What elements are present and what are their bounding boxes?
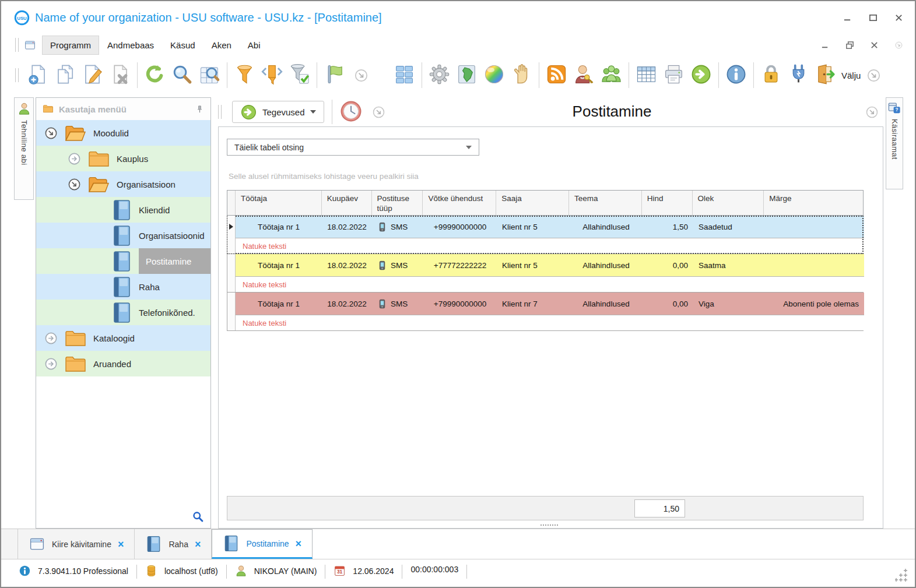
toolbar-button-search-table[interactable] [196, 61, 223, 89]
toolbar-button-filter-columns[interactable] [258, 61, 286, 89]
toolbar-button-new-document[interactable] [24, 61, 51, 89]
toolbar-button-search[interactable] [169, 61, 196, 89]
toolbar-button-edit-document[interactable] [79, 61, 106, 89]
row-indicator[interactable] [227, 293, 236, 330]
expand-icon[interactable] [44, 357, 58, 371]
status-item: localhost (utf8) [145, 565, 218, 577]
tree-item-aruanded[interactable]: Aruanded [36, 351, 210, 376]
table-row[interactable]: Töötaja nr 118.02.2022SMS+79990000000Kli… [236, 293, 864, 330]
toolbar-grip[interactable] [15, 68, 19, 82]
mdi-restore-button[interactable] [845, 40, 854, 50]
tree-item-raha[interactable]: Raha [36, 274, 210, 300]
header-overflow-icon[interactable] [865, 105, 879, 119]
toolbar-overflow-icon[interactable] [353, 68, 369, 83]
tree-selected-highlight: Postitamine [139, 248, 210, 274]
toolbar-button-lock[interactable] [757, 61, 785, 89]
actionbar-grip[interactable] [218, 105, 222, 119]
toolbar-button-filter-check[interactable] [286, 61, 313, 89]
toolbar-button-user-key[interactable] [570, 61, 598, 89]
menu-item-aken[interactable]: Aken [203, 36, 240, 55]
tree-item-moodulid[interactable]: Moodulid [36, 120, 210, 146]
resize-grip[interactable] [895, 568, 909, 582]
document-tab-postitamine[interactable]: Postitamine × [212, 529, 313, 559]
toolbar-button-copy-document[interactable] [51, 61, 79, 89]
toolbar-button-table[interactable] [633, 61, 660, 89]
toolbar-button-info[interactable] [722, 61, 750, 89]
row-indicator[interactable] [227, 254, 236, 292]
tree-item-label: Moodulid [93, 128, 129, 138]
column-header-2[interactable]: Postituse tüüp [372, 191, 423, 215]
chevron-down-icon [466, 146, 472, 149]
toolbar-button-tiles[interactable] [391, 61, 418, 89]
column-header-6[interactable]: Hind [642, 191, 693, 215]
maximize-button[interactable] [868, 13, 878, 22]
toolbar-button-users[interactable] [598, 61, 625, 89]
toolbar-button-colors[interactable] [480, 61, 508, 89]
mdi-close-button[interactable] [869, 40, 879, 50]
tree-item-organisatsioonid[interactable]: Organisatsioonid [36, 223, 210, 248]
toolbar-button-printer[interactable] [660, 61, 687, 89]
column-header-5[interactable]: Teema [569, 191, 642, 215]
menu-item-programm[interactable]: Programm [42, 36, 99, 55]
pin-icon[interactable] [195, 105, 204, 114]
tree-item-postitamine[interactable]: Postitamine [36, 248, 210, 274]
expand-icon[interactable] [68, 152, 81, 166]
tab-close-icon[interactable]: × [296, 538, 302, 549]
row-indicator[interactable] [227, 216, 236, 253]
document-tab-raha[interactable]: Raha × [135, 529, 212, 559]
technical-help-label: Tehniline abi [20, 120, 29, 165]
tree-search-icon[interactable] [192, 510, 204, 523]
tree-item-kliendid[interactable]: Kliendid [36, 197, 210, 223]
mdi-minimize-button[interactable] [820, 40, 830, 50]
toolbar-button-exit[interactable] [812, 61, 840, 89]
table-cell: Viga [693, 300, 765, 308]
column-header-0[interactable]: Töötaja [236, 191, 322, 215]
toolbar-button-filter[interactable] [231, 61, 258, 89]
new-document-icon [27, 64, 48, 87]
tab-close-icon[interactable]: × [118, 539, 124, 550]
toolbar-button-map[interactable] [453, 61, 480, 89]
splitter-handle[interactable] [541, 524, 558, 526]
tree-item-kataloogid[interactable]: Kataloogid [36, 325, 210, 351]
tree-item-organisatsioon[interactable]: Organisatsioon [36, 171, 210, 197]
tab-close-icon[interactable]: × [195, 539, 201, 550]
document-tab-kiire-käivitamine[interactable]: Kiire käivitamine × [17, 529, 135, 559]
tab-handbook[interactable]: ? Käsiraamat [886, 97, 903, 189]
toolbar-button-flag[interactable] [321, 61, 348, 89]
expand-icon[interactable] [44, 332, 58, 345]
table-cell: 0,00 [643, 261, 693, 270]
exit-button-label: Välju [841, 71, 861, 80]
toolbar-button-gear[interactable] [426, 61, 453, 89]
mdi-overflow-icon[interactable] [894, 40, 903, 50]
menu-grip[interactable] [15, 38, 19, 52]
menu-item-abi[interactable]: Abi [240, 36, 269, 55]
column-header-8[interactable]: Märge [764, 191, 863, 215]
column-header-4[interactable]: Saaja [496, 191, 569, 215]
toolbar-overflow-icon[interactable] [866, 68, 882, 83]
toolbar-button-rss[interactable] [543, 61, 570, 89]
table-search-dropdown[interactable]: Täielik tabeli otsing [227, 139, 479, 156]
table-row[interactable]: Töötaja nr 118.02.2022SMS+99990000000Kli… [236, 216, 864, 253]
column-header-3[interactable]: Võtke ühendust [423, 191, 496, 215]
minimize-button[interactable] [843, 13, 852, 22]
toolbar-button-delete-document[interactable] [106, 61, 134, 89]
toolbar-button-hand[interactable] [508, 61, 535, 89]
tab-technical-help[interactable]: Tehniline abi [14, 97, 34, 200]
collapse-icon[interactable] [68, 178, 81, 191]
flag-icon [324, 64, 345, 87]
column-header-1[interactable]: Kuupäev [322, 191, 372, 215]
tree-item-kauplus[interactable]: Kauplus [36, 146, 210, 171]
toolbar-button-refresh[interactable] [141, 61, 169, 89]
actions-button[interactable]: Tegevused [232, 101, 324, 123]
menu-item-käsud[interactable]: Käsud [162, 36, 203, 55]
printer-icon [663, 64, 685, 87]
scheduler-clock-icon[interactable] [340, 100, 363, 124]
toolbar-button-go[interactable] [687, 61, 715, 89]
close-button[interactable] [894, 13, 903, 22]
menu-item-andmebaas[interactable]: Andmebaas [99, 36, 162, 55]
column-header-7[interactable]: Olek [693, 191, 764, 215]
collapse-icon[interactable] [44, 126, 58, 140]
table-row[interactable]: Töötaja nr 118.02.2022SMS+77772222222Kli… [236, 254, 864, 292]
toolbar-button-plug[interactable] [785, 61, 812, 89]
tree-item-telefonikõned[interactable]: Telefonikõned. [36, 300, 210, 325]
